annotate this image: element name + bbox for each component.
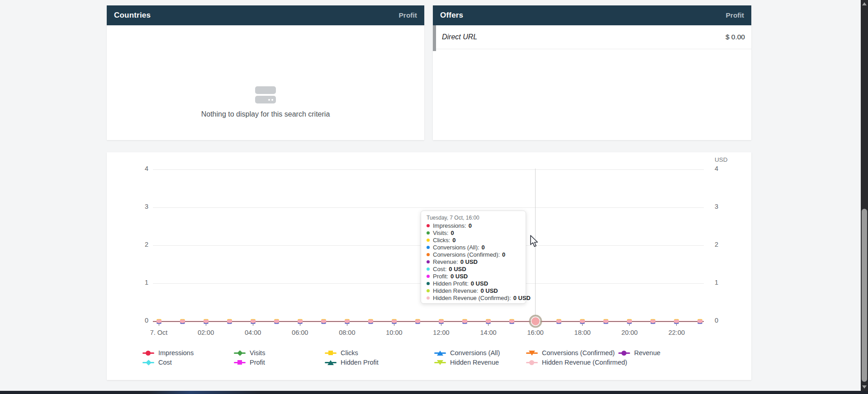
legend-label: Clicks: [341, 349, 358, 356]
legend-marker-triangle-up: [434, 350, 446, 356]
tooltip-row: Hidden Profit:0 USD: [427, 280, 520, 287]
legend-item[interactable]: Clicks: [325, 349, 358, 356]
legend-label: Revenue: [634, 349, 660, 356]
tooltip-row: Conversions (All):0: [427, 244, 520, 251]
scroll-down-arrow-icon[interactable]: [862, 385, 867, 389]
tooltip-label: Hidden Profit:: [433, 280, 469, 287]
legend-label: Cost: [158, 359, 172, 366]
tooltip-value: 0 USD: [471, 280, 488, 287]
series-bullet-icon: [427, 253, 430, 256]
legend-label: Hidden Revenue (Confirmed): [542, 359, 627, 366]
offers-panel: Offers Profit Direct URL $ 0.00: [433, 5, 751, 140]
tooltip-value: 0 USD: [480, 287, 498, 294]
legend-marker-circle: [618, 350, 630, 356]
tooltip-label: Profit:: [433, 273, 448, 280]
tooltip-label: Impressions:: [433, 222, 466, 229]
no-data-icon: [107, 86, 424, 103]
legend-marker-circle: [142, 350, 154, 356]
legend-shape-diamond: [146, 360, 152, 366]
countries-panel: Countries Profit Nothing to display for …: [107, 5, 424, 140]
legend-item[interactable]: Conversions (Confirmed): [526, 349, 615, 356]
legend-shape-circle: [146, 351, 151, 356]
legend-marker-circle: [526, 359, 538, 366]
series-bullet-icon: [427, 275, 430, 278]
legend-label: Visits: [250, 349, 265, 356]
legend-shape-triangle-down: [437, 360, 443, 365]
legend-item[interactable]: Hidden Revenue: [434, 359, 499, 366]
series-bullet-icon: [427, 260, 430, 263]
legend-shape-circle: [529, 360, 534, 365]
tooltip-value: 0: [502, 251, 505, 258]
legend-item[interactable]: Conversions (All): [434, 349, 500, 356]
tooltip-label: Conversions (Confirmed):: [433, 251, 500, 258]
tooltip-value: 0 USD: [451, 273, 468, 280]
mouse-cursor: [530, 235, 540, 250]
legend-marker-square: [234, 359, 246, 366]
tooltip-row: Cost:0 USD: [427, 266, 520, 273]
offer-profit-value: $ 0.00: [726, 33, 745, 41]
legend-item[interactable]: Impressions: [142, 349, 194, 356]
tooltip-label: Revenue:: [433, 258, 458, 265]
tooltip-row: Conversions (Confirmed):0: [427, 251, 520, 258]
legend-label: Conversions (All): [450, 349, 500, 356]
countries-panel-body: Nothing to display for this search crite…: [107, 25, 424, 140]
legend-label: Profit: [250, 359, 265, 366]
offers-profit-column-header[interactable]: Profit: [726, 11, 744, 19]
series-bullet-icon: [427, 231, 430, 235]
offers-panel-title: Offers: [440, 11, 463, 20]
legend-shape-square: [328, 351, 333, 355]
offers-panel-header: Offers Profit: [433, 5, 751, 25]
chart-panel: USD 00112233447. Oct02:0004:0006:0008:00…: [107, 152, 751, 380]
tooltip-row: Revenue:0 USD: [427, 258, 520, 265]
tooltip-row: Profit:0 USD: [427, 273, 520, 280]
legend-item[interactable]: Visits: [234, 349, 265, 356]
bottom-window-edge: [0, 391, 868, 394]
tooltip-row: Hidden Revenue (Confirmed):0 USD: [427, 295, 520, 302]
tooltip-label: Visits:: [433, 230, 448, 236]
series-bullet-icon: [427, 289, 430, 292]
offer-row-direct-url[interactable]: Direct URL $ 0.00: [436, 25, 751, 49]
legend-item[interactable]: Cost: [142, 359, 172, 366]
legend-shape-triangle-up: [327, 360, 334, 365]
chart-tooltip: Tuesday, 7 Oct, 16:00 Impressions:0Visit…: [421, 211, 526, 304]
series-bullet-icon: [427, 246, 430, 249]
legend-marker-diamond: [234, 350, 246, 356]
tooltip-value: 0 USD: [460, 258, 478, 265]
legend-marker-diamond: [142, 359, 154, 366]
legend-marker-triangle-up: [325, 359, 337, 366]
countries-profit-column-header[interactable]: Profit: [399, 11, 417, 19]
legend-label: Hidden Profit: [341, 359, 379, 366]
countries-panel-title: Countries: [114, 11, 151, 20]
tooltip-label: Hidden Revenue:: [433, 287, 478, 294]
series-bullet-icon: [427, 224, 430, 227]
series-bullet-icon: [427, 296, 430, 300]
legend-shape-diamond: [237, 350, 243, 356]
legend-item[interactable]: Hidden Profit: [325, 359, 379, 366]
tooltip-row: Impressions:0: [427, 222, 520, 229]
scrollbar-thumb[interactable]: [862, 209, 867, 382]
countries-panel-header: Countries Profit: [107, 5, 424, 25]
tooltip-row: Hidden Revenue:0 USD: [427, 287, 520, 295]
legend-marker-square: [325, 350, 337, 356]
tooltip-label: Conversions (All):: [433, 244, 479, 251]
scroll-up-arrow-icon[interactable]: [862, 2, 867, 5]
series-bullet-icon: [427, 239, 430, 242]
tooltip-label: Cost:: [433, 266, 446, 272]
tooltip-row: Visits:0: [427, 229, 520, 236]
legend-label: Hidden Revenue: [450, 359, 499, 366]
series-bullet-icon: [427, 267, 430, 271]
tooltip-row: Clicks:0: [427, 236, 520, 244]
offer-row-indicator-strip: [433, 25, 436, 51]
legend-label: Conversions (Confirmed): [542, 349, 615, 356]
legend-item[interactable]: Hidden Revenue (Confirmed): [526, 359, 627, 366]
tooltip-value: 0 USD: [449, 266, 466, 272]
series-bullet-icon: [427, 282, 430, 285]
legend-shape-square: [237, 360, 242, 365]
tooltip-value: 0: [451, 230, 454, 236]
legend-shape-circle: [621, 351, 626, 356]
legend-marker-triangle-down: [526, 350, 538, 356]
tooltip-value: 0: [452, 237, 455, 244]
legend-item[interactable]: Profit: [234, 359, 265, 366]
legend-item[interactable]: Revenue: [618, 349, 660, 356]
vertical-scrollbar[interactable]: [861, 0, 868, 394]
